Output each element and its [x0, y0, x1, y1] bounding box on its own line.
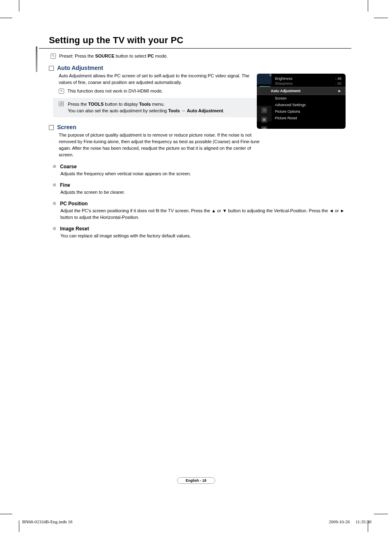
- auto-note: This function does not work in DVI-HDMI …: [67, 88, 163, 94]
- tip-box: 🗗 Press the TOOLS button to display Tool…: [53, 98, 283, 117]
- section-title-screen: Screen: [57, 124, 76, 130]
- page-footer-pill: English - 18: [177, 477, 215, 484]
- imgreset-body: You can replace all image settings with …: [60, 233, 351, 239]
- fine-label: Fine: [60, 182, 70, 188]
- coarse-body: Adjusts the frequency when vertical nois…: [60, 171, 351, 177]
- title-accent: [36, 46, 37, 72]
- clock-icon: ◷: [261, 107, 267, 113]
- print-footer-left: BN68-02334B-Eng.indb 18: [22, 519, 72, 524]
- crop-mark: [19, 0, 19, 12]
- crop-mark: [374, 514, 388, 514]
- bullet-icon: [53, 202, 56, 205]
- osd-brightness-row: Brightness: 45: [275, 76, 341, 81]
- print-footer-time: 11:35:38: [355, 519, 371, 524]
- crop-mark: [0, 18, 12, 18]
- chevron-right-icon: ►: [338, 89, 341, 93]
- imgreset-label: Image Reset: [60, 226, 89, 232]
- input-icon: ▣: [261, 117, 267, 123]
- osd-panel: Picture Brightness: 45 Sharpness: 50 • A…: [257, 74, 346, 129]
- crop-mark: [368, 0, 368, 12]
- page-title: Setting up the TV with your PC: [39, 35, 351, 46]
- bullet-icon: [53, 227, 56, 230]
- fine-body: Adjusts the screen to be clearer.: [60, 189, 351, 195]
- print-footer: BN68-02334B-Eng.indb 18 2009-10-26 11:35…: [22, 519, 371, 524]
- pcpos-body: Adjust the PC's screen positioning if it…: [60, 208, 348, 221]
- section-icon: [49, 125, 54, 130]
- bullet-icon: [53, 165, 56, 168]
- print-footer-date: 2009-10-26: [329, 519, 350, 524]
- auto-body: Auto Adjustment allows the PC screen of …: [59, 73, 256, 86]
- note-icon: ✎: [51, 53, 56, 59]
- pcpos-label: PC Position: [60, 201, 88, 207]
- osd-sidebar: ◷ ▣ ✿ ▤ ?: [257, 106, 272, 121]
- osd-sharpness-row: Sharpness: 50: [275, 81, 341, 86]
- osd-item[interactable]: Screen: [257, 95, 346, 102]
- preset-text: Preset: Press the SOURCE button to selec…: [59, 53, 168, 59]
- note-icon: ✎: [59, 88, 64, 94]
- tools-icon: 🗗: [59, 102, 64, 106]
- screen-body: The purpose of picture quality adjustmen…: [59, 132, 260, 158]
- coarse-label: Coarse: [60, 164, 77, 169]
- crop-mark: [374, 18, 388, 18]
- crop-mark: [19, 520, 19, 532]
- crop-mark: [0, 514, 12, 514]
- osd-tab-label: Picture: [269, 74, 272, 76]
- section-title-auto: Auto Adjustment: [57, 65, 103, 71]
- section-icon: [49, 66, 54, 71]
- osd-selected-row[interactable]: • Auto Adjustment ►: [257, 87, 346, 95]
- gear-icon: ✿: [261, 126, 267, 129]
- bullet-icon: [53, 183, 56, 186]
